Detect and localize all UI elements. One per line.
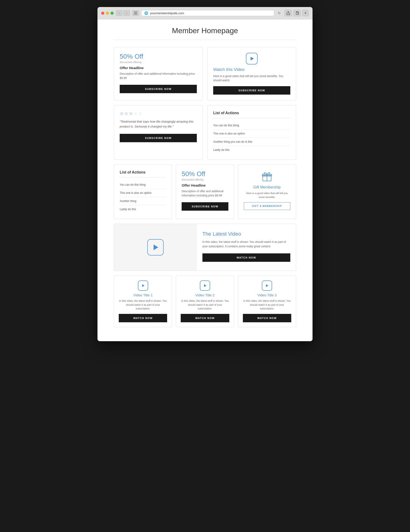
- video-card-small-1: Video Title 1 In this video, the latest …: [114, 276, 172, 327]
- offer-headline-2: Offer Headline: [182, 183, 228, 187]
- list-item: This one is also an option: [120, 189, 166, 197]
- svg-rect-2: [134, 14, 137, 14]
- play-triangle-sm-2: [204, 284, 206, 287]
- forward-button[interactable]: ›: [123, 10, 130, 16]
- gift-desc: Here is a good video that will tell you …: [244, 191, 290, 199]
- latest-video-title: The Latest Video: [202, 231, 290, 237]
- watch-button-2[interactable]: WATCH NOW: [181, 314, 229, 322]
- section-3: List of Actions You can do this thing Th…: [114, 164, 296, 219]
- close-button[interactable]: [101, 12, 104, 15]
- action-list-1: You can do this thing This one is also a…: [213, 122, 290, 154]
- video-card-1: Watch this Video Here is a good video th…: [207, 47, 296, 100]
- section-1: 50% Off discounted offering Offer Headli…: [114, 47, 296, 100]
- list-title-1: List of Actions: [213, 111, 290, 118]
- latest-video-desc: In this video, the latest stuff is shown…: [202, 240, 290, 249]
- latest-video-card: The Latest Video In this video, the late…: [114, 224, 296, 271]
- testimonial-text: "Testimonial that says how life changing…: [120, 119, 197, 129]
- small-video-desc-2: In this video, the latest stuff is shown…: [181, 299, 229, 311]
- play-triangle-sm-1: [142, 284, 145, 287]
- browser-content: Member Homepage 50% Off discounted offer…: [98, 19, 312, 341]
- small-video-title-3: Video Title 3: [243, 293, 291, 297]
- nav-buttons: ‹ ›: [116, 10, 130, 16]
- testimonial-card: ☆ ☆ ☆ ☆ ☆ "Testimonial that says how lif…: [114, 105, 203, 160]
- video-card-small-3: Video Title 3 In this video, the latest …: [238, 276, 296, 327]
- small-video-title-2: Video Title 2: [181, 293, 229, 297]
- subscribe-button-4[interactable]: SUBSCRIBE NOW: [182, 202, 228, 211]
- offer-price-2: 50% Off: [182, 170, 228, 178]
- subscribe-button-1[interactable]: SUBSCRIBE NOW: [120, 85, 197, 93]
- new-tab-button[interactable]: +: [302, 10, 309, 16]
- star-1: ☆: [120, 111, 123, 116]
- offer-desc-1: Description of offer and additional info…: [120, 72, 197, 80]
- offer-card-1: 50% Off discounted offering Offer Headli…: [114, 47, 203, 100]
- play-icon-small-2[interactable]: [200, 280, 210, 291]
- video-card-small-2: Video Title 2 In this video, the latest …: [176, 276, 234, 327]
- play-icon-latest[interactable]: [147, 239, 164, 256]
- share-button[interactable]: [284, 10, 292, 16]
- subscribe-button-3[interactable]: SUBSCRIBE NOW: [120, 134, 197, 142]
- play-icon-small-1[interactable]: [138, 280, 148, 291]
- gift-card: Gift Membership Here is a good video tha…: [238, 164, 296, 219]
- gift-icon: [244, 170, 290, 182]
- gift-button[interactable]: GIFT A MEMBERSHIP: [244, 202, 290, 210]
- reload-button[interactable]: ↻: [276, 10, 282, 16]
- play-triangle-sm-3: [266, 284, 268, 287]
- traffic-lights: [101, 12, 114, 15]
- duplicate-button[interactable]: [293, 10, 301, 16]
- list-item: Lastly do this: [213, 146, 290, 154]
- offer-discount-2: discounted offering: [182, 178, 228, 181]
- list-item: You can do this thing: [120, 181, 166, 189]
- svg-rect-0: [134, 12, 137, 12]
- watch-button-1[interactable]: WATCH NOW: [119, 314, 167, 322]
- back-button[interactable]: ‹: [116, 10, 122, 16]
- list-item: This one is also an option: [213, 130, 290, 138]
- star-2: ☆: [124, 111, 128, 116]
- action-list-2: You can do this thing This one is also a…: [120, 181, 166, 213]
- watch-now-button-latest[interactable]: WATCH NOW: [202, 253, 290, 262]
- play-triangle-latest: [154, 245, 158, 250]
- page-title: Member Homepage: [114, 26, 296, 40]
- gift-title: Gift Membership: [244, 185, 290, 190]
- video-icon-container-1: [213, 53, 290, 65]
- svg-rect-1: [134, 13, 137, 13]
- list-actions-card-2: List of Actions You can do this thing Th…: [114, 164, 172, 219]
- small-video-desc-1: In this video, the latest stuff is shown…: [119, 299, 167, 311]
- offer-discount-1: discounted offering: [120, 61, 197, 64]
- subscribe-button-2[interactable]: SUBSCRIBE NOW: [213, 86, 290, 95]
- offer-price-1: 50% Off: [120, 53, 197, 60]
- offer-headline-1: Offer Headline: [120, 66, 197, 70]
- star-4: ☆: [134, 111, 137, 116]
- offer-card-2: 50% Off discounted offering Offer Headli…: [176, 164, 234, 219]
- list-item: Lastly do this: [120, 205, 166, 213]
- watch-button-3[interactable]: WATCH NOW: [243, 314, 291, 322]
- small-video-title-1: Video Title 1: [119, 293, 167, 297]
- browser-titlebar: ‹ › 🌐 yourmembershipsite.com ↻: [98, 7, 312, 19]
- play-triangle-1: [251, 57, 254, 60]
- latest-video-thumbnail: [114, 224, 197, 271]
- list-item: Another thing you can do is this: [213, 138, 290, 146]
- star-5: ☆: [138, 111, 142, 116]
- address-bar[interactable]: 🌐 yourmembershipsite.com: [141, 10, 274, 16]
- list-item: Another thing: [120, 197, 166, 205]
- offer-desc-2: Description of offer and additional info…: [182, 189, 228, 198]
- latest-video-info: The Latest Video In this video, the late…: [197, 224, 296, 271]
- video-desc-1: Here is a good video that will tell you …: [213, 74, 290, 82]
- small-video-desc-3: In this video, the latest stuff is shown…: [243, 299, 291, 311]
- star-rating: ☆ ☆ ☆ ☆ ☆: [120, 111, 197, 116]
- star-3: ☆: [129, 111, 133, 116]
- toolbar-actions: +: [284, 10, 309, 16]
- url-display: yourmembershipsite.com: [150, 11, 184, 15]
- video-title-1: Watch this Video: [213, 67, 290, 72]
- list-actions-card-1: List of Actions You can do this thing Th…: [207, 105, 296, 160]
- sidebar-toggle-button[interactable]: [132, 10, 139, 16]
- section-5-videos: Video Title 1 In this video, the latest …: [114, 276, 296, 327]
- play-icon-small-3[interactable]: [262, 280, 272, 291]
- section-2: ☆ ☆ ☆ ☆ ☆ "Testimonial that says how lif…: [114, 105, 296, 160]
- minimize-button[interactable]: [106, 12, 109, 15]
- browser-window: ‹ › 🌐 yourmembershipsite.com ↻: [98, 7, 312, 341]
- page-container: Member Homepage 50% Off discounted offer…: [109, 19, 301, 341]
- maximize-button[interactable]: [111, 12, 114, 15]
- play-icon-1[interactable]: [246, 53, 258, 65]
- globe-icon: 🌐: [144, 11, 148, 15]
- list-title-2: List of Actions: [120, 170, 166, 178]
